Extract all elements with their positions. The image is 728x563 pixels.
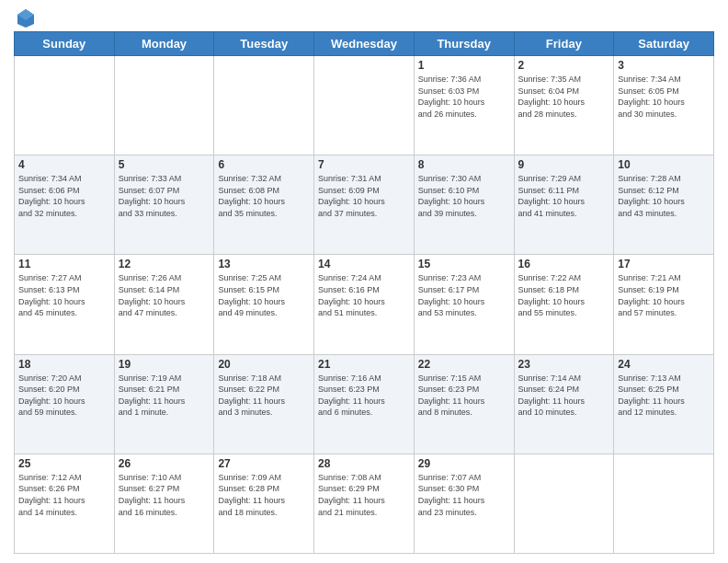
calendar-cell: 26Sunrise: 7:10 AM Sunset: 6:27 PM Dayli… bbox=[114, 454, 214, 553]
calendar-cell: 24Sunrise: 7:13 AM Sunset: 6:25 PM Dayli… bbox=[614, 354, 714, 454]
calendar-cell: 20Sunrise: 7:18 AM Sunset: 6:22 PM Dayli… bbox=[214, 354, 314, 454]
day-number: 4 bbox=[18, 158, 110, 171]
calendar-cell: 4Sunrise: 7:34 AM Sunset: 6:06 PM Daylig… bbox=[15, 155, 115, 255]
day-number: 25 bbox=[18, 457, 110, 470]
calendar-week-row: 25Sunrise: 7:12 AM Sunset: 6:26 PM Dayli… bbox=[15, 454, 714, 553]
calendar-cell: 10Sunrise: 7:28 AM Sunset: 6:12 PM Dayli… bbox=[614, 155, 714, 255]
calendar-cell: 2Sunrise: 7:35 AM Sunset: 6:04 PM Daylig… bbox=[514, 56, 614, 155]
calendar-cell: 6Sunrise: 7:32 AM Sunset: 6:08 PM Daylig… bbox=[214, 155, 314, 255]
logo bbox=[14, 9, 36, 24]
day-number: 23 bbox=[518, 358, 610, 371]
calendar-cell: 16Sunrise: 7:22 AM Sunset: 6:18 PM Dayli… bbox=[514, 255, 614, 354]
day-info: Sunrise: 7:28 AM Sunset: 6:12 PM Dayligh… bbox=[618, 173, 710, 219]
day-number: 19 bbox=[119, 358, 210, 371]
calendar-cell bbox=[514, 454, 614, 553]
day-info: Sunrise: 7:20 AM Sunset: 6:20 PM Dayligh… bbox=[18, 373, 110, 419]
weekday-header: Friday bbox=[514, 32, 614, 56]
day-number: 8 bbox=[418, 158, 510, 171]
day-number: 27 bbox=[218, 457, 310, 470]
calendar-cell: 5Sunrise: 7:33 AM Sunset: 6:07 PM Daylig… bbox=[114, 155, 214, 255]
day-number: 1 bbox=[418, 59, 510, 72]
day-number: 20 bbox=[218, 358, 310, 371]
calendar-cell: 7Sunrise: 7:31 AM Sunset: 6:09 PM Daylig… bbox=[314, 155, 415, 255]
calendar-week-row: 11Sunrise: 7:27 AM Sunset: 6:13 PM Dayli… bbox=[15, 255, 714, 354]
calendar-cell: 23Sunrise: 7:14 AM Sunset: 6:24 PM Dayli… bbox=[514, 354, 614, 454]
calendar-week-row: 18Sunrise: 7:20 AM Sunset: 6:20 PM Dayli… bbox=[15, 354, 714, 454]
day-info: Sunrise: 7:34 AM Sunset: 6:06 PM Dayligh… bbox=[18, 173, 110, 219]
day-info: Sunrise: 7:13 AM Sunset: 6:25 PM Dayligh… bbox=[618, 373, 710, 419]
day-number: 2 bbox=[518, 59, 610, 72]
calendar-cell: 22Sunrise: 7:15 AM Sunset: 6:23 PM Dayli… bbox=[414, 354, 514, 454]
day-info: Sunrise: 7:30 AM Sunset: 6:10 PM Dayligh… bbox=[418, 173, 510, 219]
day-number: 14 bbox=[318, 258, 410, 270]
calendar-cell: 9Sunrise: 7:29 AM Sunset: 6:11 PM Daylig… bbox=[514, 155, 614, 255]
day-info: Sunrise: 7:12 AM Sunset: 6:26 PM Dayligh… bbox=[18, 472, 110, 518]
day-number: 17 bbox=[618, 258, 710, 270]
calendar-cell: 17Sunrise: 7:21 AM Sunset: 6:19 PM Dayli… bbox=[614, 255, 714, 354]
calendar-cell: 3Sunrise: 7:34 AM Sunset: 6:05 PM Daylig… bbox=[614, 56, 714, 155]
day-info: Sunrise: 7:10 AM Sunset: 6:27 PM Dayligh… bbox=[119, 472, 210, 518]
calendar-cell: 15Sunrise: 7:23 AM Sunset: 6:17 PM Dayli… bbox=[414, 255, 514, 354]
day-number: 12 bbox=[119, 258, 210, 270]
calendar-cell bbox=[114, 56, 214, 155]
day-info: Sunrise: 7:21 AM Sunset: 6:19 PM Dayligh… bbox=[618, 272, 710, 318]
day-number: 3 bbox=[618, 59, 710, 72]
calendar-cell: 13Sunrise: 7:25 AM Sunset: 6:15 PM Dayli… bbox=[214, 255, 314, 354]
calendar-cell: 14Sunrise: 7:24 AM Sunset: 6:16 PM Dayli… bbox=[314, 255, 415, 354]
day-number: 18 bbox=[18, 358, 110, 371]
day-info: Sunrise: 7:16 AM Sunset: 6:23 PM Dayligh… bbox=[318, 373, 410, 419]
calendar-week-row: 1Sunrise: 7:36 AM Sunset: 6:03 PM Daylig… bbox=[15, 56, 714, 155]
calendar-cell bbox=[214, 56, 314, 155]
day-info: Sunrise: 7:29 AM Sunset: 6:11 PM Dayligh… bbox=[518, 173, 610, 219]
day-info: Sunrise: 7:09 AM Sunset: 6:28 PM Dayligh… bbox=[218, 472, 310, 518]
day-number: 5 bbox=[119, 158, 210, 171]
day-number: 7 bbox=[318, 158, 410, 171]
day-info: Sunrise: 7:15 AM Sunset: 6:23 PM Dayligh… bbox=[418, 373, 510, 419]
calendar-cell: 27Sunrise: 7:09 AM Sunset: 6:28 PM Dayli… bbox=[214, 454, 314, 553]
day-info: Sunrise: 7:14 AM Sunset: 6:24 PM Dayligh… bbox=[518, 373, 610, 419]
day-info: Sunrise: 7:26 AM Sunset: 6:14 PM Dayligh… bbox=[119, 272, 210, 318]
day-info: Sunrise: 7:34 AM Sunset: 6:05 PM Dayligh… bbox=[618, 74, 710, 120]
day-number: 21 bbox=[318, 358, 410, 371]
day-info: Sunrise: 7:32 AM Sunset: 6:08 PM Dayligh… bbox=[218, 173, 310, 219]
day-info: Sunrise: 7:27 AM Sunset: 6:13 PM Dayligh… bbox=[18, 272, 110, 318]
day-info: Sunrise: 7:35 AM Sunset: 6:04 PM Dayligh… bbox=[518, 74, 610, 120]
calendar-cell: 8Sunrise: 7:30 AM Sunset: 6:10 PM Daylig… bbox=[414, 155, 514, 255]
day-number: 26 bbox=[119, 457, 210, 470]
day-number: 29 bbox=[418, 457, 510, 470]
day-number: 24 bbox=[618, 358, 710, 371]
weekday-header: Sunday bbox=[15, 32, 115, 56]
calendar-cell: 21Sunrise: 7:16 AM Sunset: 6:23 PM Dayli… bbox=[314, 354, 415, 454]
day-number: 28 bbox=[318, 457, 410, 470]
day-number: 6 bbox=[218, 158, 310, 171]
day-info: Sunrise: 7:18 AM Sunset: 6:22 PM Dayligh… bbox=[218, 373, 310, 419]
page: SundayMondayTuesdayWednesdayThursdayFrid… bbox=[0, 0, 728, 563]
day-number: 15 bbox=[418, 258, 510, 270]
day-info: Sunrise: 7:19 AM Sunset: 6:21 PM Dayligh… bbox=[119, 373, 210, 419]
calendar-cell: 28Sunrise: 7:08 AM Sunset: 6:29 PM Dayli… bbox=[314, 454, 415, 553]
calendar-cell bbox=[314, 56, 415, 155]
day-number: 22 bbox=[418, 358, 510, 371]
calendar-cell bbox=[614, 454, 714, 553]
day-number: 9 bbox=[518, 158, 610, 171]
day-info: Sunrise: 7:07 AM Sunset: 6:30 PM Dayligh… bbox=[418, 472, 510, 518]
weekday-header: Saturday bbox=[614, 32, 714, 56]
weekday-header: Wednesday bbox=[314, 32, 415, 56]
calendar-cell: 12Sunrise: 7:26 AM Sunset: 6:14 PM Dayli… bbox=[114, 255, 214, 354]
calendar-cell bbox=[15, 56, 115, 155]
calendar-cell: 18Sunrise: 7:20 AM Sunset: 6:20 PM Dayli… bbox=[15, 354, 115, 454]
calendar-body: 1Sunrise: 7:36 AM Sunset: 6:03 PM Daylig… bbox=[15, 56, 714, 554]
day-number: 11 bbox=[18, 258, 110, 270]
day-number: 16 bbox=[518, 258, 610, 270]
calendar-cell: 11Sunrise: 7:27 AM Sunset: 6:13 PM Dayli… bbox=[15, 255, 115, 354]
day-info: Sunrise: 7:25 AM Sunset: 6:15 PM Dayligh… bbox=[218, 272, 310, 318]
day-info: Sunrise: 7:22 AM Sunset: 6:18 PM Dayligh… bbox=[518, 272, 610, 318]
calendar-table: SundayMondayTuesdayWednesdayThursdayFrid… bbox=[14, 31, 714, 554]
day-info: Sunrise: 7:31 AM Sunset: 6:09 PM Dayligh… bbox=[318, 173, 410, 219]
logo-icon bbox=[16, 7, 36, 28]
day-info: Sunrise: 7:36 AM Sunset: 6:03 PM Dayligh… bbox=[418, 74, 510, 120]
calendar-cell: 25Sunrise: 7:12 AM Sunset: 6:26 PM Dayli… bbox=[15, 454, 115, 553]
day-info: Sunrise: 7:23 AM Sunset: 6:17 PM Dayligh… bbox=[418, 272, 510, 318]
calendar-cell: 1Sunrise: 7:36 AM Sunset: 6:03 PM Daylig… bbox=[414, 56, 514, 155]
weekday-header: Monday bbox=[114, 32, 214, 56]
